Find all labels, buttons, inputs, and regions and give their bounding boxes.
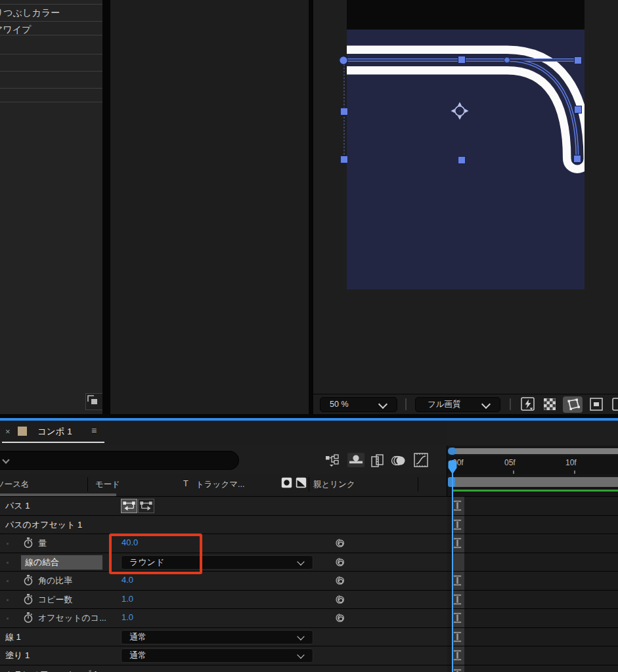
path-curve-line[interactable] [507,60,577,159]
navigator-start-handle[interactable] [448,448,456,455]
copies-value[interactable]: 1.0 [121,594,133,604]
timeline-row-transform[interactable]: トランスフォーム...プ 1 [0,665,618,672]
selection-overlay [313,0,618,394]
column-track-matte[interactable]: トラックマ... [196,479,244,490]
panel-divider[interactable] [102,0,110,414]
resolution-dropdown[interactable]: フル画質 [415,397,500,412]
ruler-tick [574,471,575,474]
parent-pickwhip-icon[interactable] [335,613,345,625]
miter-limit-value[interactable]: 4.0 [121,575,133,585]
list-divider [0,35,102,35]
anchor-point-icon[interactable] [451,102,469,120]
region-of-interest-icon[interactable] [589,397,604,414]
comp-color-swatch [18,427,27,436]
parent-pickwhip-icon[interactable] [335,595,345,607]
list-divider [0,102,102,102]
frame-blending-icon[interactable] [370,453,385,471]
row-label[interactable]: 塗り 1 [5,650,30,662]
row-label[interactable]: トランスフォーム...プ 1 [5,669,98,672]
chevron-down-icon [378,400,387,409]
handle-right-mid[interactable] [575,106,582,114]
fill-blend-mode-dropdown[interactable]: 通常 [121,648,313,663]
time-navigator-bar[interactable] [454,448,618,454]
path-smooth-vertex[interactable] [504,57,510,63]
clipped-toolbar-icon[interactable] [612,397,618,414]
row-label[interactable]: パス 1 [5,500,30,512]
handle-left-mid[interactable] [341,108,348,116]
current-time-indicator[interactable] [447,459,458,475]
luma-matte-icon[interactable] [296,477,307,491]
handle-top-mid[interactable] [458,56,466,64]
timeline-row-copy-offset[interactable]: オフセットのコ... 1.0 [0,608,618,627]
close-tab-icon[interactable]: × [5,427,11,436]
row-label[interactable]: パスのオフセット 1 [5,519,82,531]
layer-inpoint-icon [453,537,462,551]
stopwatch-icon[interactable] [24,575,33,589]
stopwatch-icon[interactable] [24,537,33,551]
column-mode[interactable]: モード [95,479,120,490]
column-t[interactable]: T [183,479,188,488]
timeline-row-offset-paths[interactable]: パスのオフセット 1 [0,515,618,534]
timeline-panel: × コンポ 1 ≡ ソース名 モード T [0,421,618,672]
tab-comp-title[interactable]: コンポ 1 [37,426,72,438]
timeline-row-miter-limit[interactable]: 角の比率 4.0 [0,571,618,590]
timeline-row-stroke[interactable]: 線 1 通常 [0,627,618,646]
stroke-blend-mode-dropdown[interactable]: 通常 [121,630,313,644]
panel-grip-button[interactable] [85,393,102,410]
work-area-bar[interactable] [452,477,618,487]
time-ruler-area: 00f 05f 10f [447,446,618,496]
column-source-name[interactable]: ソース名 [0,479,30,490]
graph-editor-icon[interactable] [414,453,428,470]
mask-visibility-toggle[interactable] [563,396,583,413]
column-divider[interactable] [87,477,88,492]
search-options-chevron-icon[interactable] [2,456,9,463]
row-label[interactable]: 線の結合 [25,556,59,568]
annotation-highlight-box [109,534,202,574]
effect-label[interactable]: りつぶしカラー [0,7,60,19]
copy-offset-value[interactable]: 1.0 [121,612,133,622]
parent-pickwhip-icon[interactable] [335,557,345,570]
row-label[interactable]: 角の比率 [38,575,72,587]
timeline-row-path[interactable]: パス 1 [0,496,618,515]
alpha-matte-icon[interactable] [281,477,292,491]
keyframe-nav-dot [7,599,9,601]
fast-preview-icon[interactable] [521,397,535,414]
timeline-row-amount[interactable]: 量 40.0 [0,534,618,553]
zoom-level-dropdown[interactable]: 50 % [320,397,397,412]
stopwatch-icon[interactable] [24,594,33,608]
row-label[interactable]: コピー数 [38,594,73,606]
shy-layers-toggle-icon[interactable] [347,453,364,470]
path-reverse-right-toggle[interactable] [138,499,154,513]
time-ruler[interactable]: 00f 05f 10f [447,456,618,474]
parent-pickwhip-icon[interactable] [335,538,345,551]
parent-pickwhip-icon[interactable] [335,576,345,588]
column-divider[interactable] [418,477,418,492]
transparency-grid-icon[interactable] [544,398,556,413]
row-label[interactable]: 線 1 [5,631,21,643]
keyframe-nav-dot [7,618,9,620]
handle-bottom-mid[interactable] [458,157,466,164]
column-parent-link[interactable]: 親とリンク [313,479,355,490]
timeline-row-copies[interactable]: コピー数 1.0 [0,590,618,609]
motion-blur-icon[interactable] [391,454,407,470]
effects-list-item[interactable]: りつぶしカラー [0,7,102,19]
row-label[interactable]: オフセットのコ... [38,612,106,624]
column-divider[interactable] [309,477,309,492]
playhead-line[interactable] [452,460,453,672]
panel-divider[interactable] [309,0,313,414]
handle-bottom-left[interactable] [341,156,348,163]
path-start-vertex[interactable] [340,56,348,65]
list-divider [0,88,102,89]
panel-menu-icon[interactable]: ≡ [91,425,97,436]
comp-mini-flowchart-icon[interactable] [325,454,341,470]
path-reverse-left-toggle[interactable] [121,499,137,513]
handle-top-right[interactable] [575,57,582,64]
timeline-search-input[interactable] [0,451,239,470]
timeline-row-line-join[interactable]: 線の結合 ラウンド [0,553,618,572]
handle-bottom-right[interactable] [574,156,581,163]
row-label[interactable]: 量 [38,537,47,549]
active-tab-underline [2,442,104,443]
stopwatch-icon[interactable] [24,612,33,626]
keyframe-nav-dot [7,543,9,545]
timeline-row-fill[interactable]: 塗り 1 通常 [0,646,618,665]
